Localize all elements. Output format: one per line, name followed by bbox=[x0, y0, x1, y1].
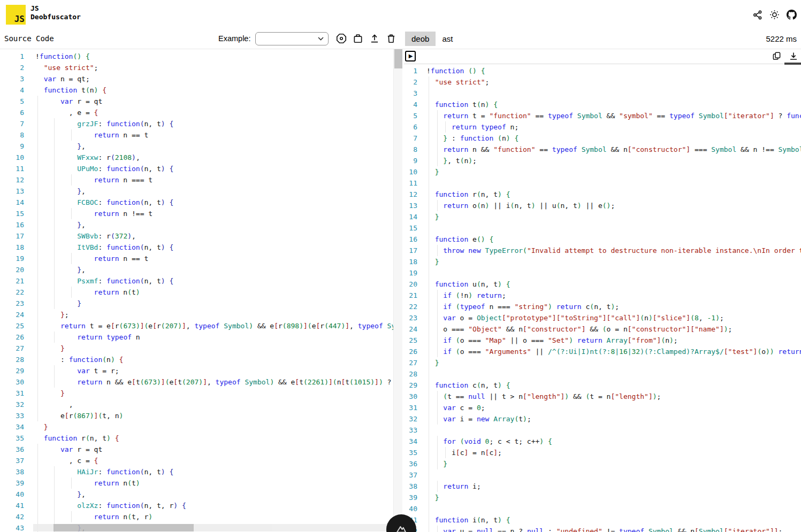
theme-toggle-icon[interactable] bbox=[769, 10, 780, 20]
code-line[interactable]: }, bbox=[35, 141, 393, 152]
code-line[interactable] bbox=[426, 503, 801, 514]
code-line[interactable]: return n && e[t(673)](e[t(207)], typeof … bbox=[35, 376, 393, 388]
code-line[interactable]: !function() { bbox=[35, 51, 393, 62]
code-line[interactable]: } bbox=[426, 211, 801, 222]
code-line[interactable] bbox=[426, 178, 801, 189]
code-line[interactable]: return n !== t bbox=[35, 208, 393, 219]
code-line[interactable]: } bbox=[426, 166, 801, 178]
code-line[interactable]: var i = new Array(t); bbox=[426, 413, 801, 425]
copy-icon[interactable] bbox=[772, 51, 782, 61]
code-line[interactable]: !function () { bbox=[426, 65, 801, 76]
code-line[interactable]: WFxxw: r(2108), bbox=[35, 152, 393, 163]
code-line[interactable]: return n === t bbox=[35, 174, 393, 186]
code-line[interactable]: "use strict"; bbox=[426, 76, 801, 88]
code-line[interactable]: , bbox=[35, 399, 393, 410]
settings-icon[interactable] bbox=[335, 33, 347, 44]
code-line[interactable] bbox=[426, 267, 801, 279]
code-line[interactable]: function r(n, t) { bbox=[426, 189, 801, 200]
upload-icon[interactable] bbox=[369, 33, 380, 44]
download-icon[interactable] bbox=[788, 51, 798, 61]
code-line[interactable]: return n == t bbox=[35, 253, 393, 264]
code-line[interactable]: }; bbox=[35, 309, 393, 320]
code-line[interactable]: }, bbox=[35, 489, 393, 500]
code-line[interactable]: } bbox=[35, 421, 393, 433]
output-hscroll-thumb[interactable] bbox=[784, 63, 801, 65]
code-line[interactable]: Psxmf: function(n, t) { bbox=[35, 275, 393, 287]
code-line[interactable]: if (o === "Arguments" || /^(?:Ui|I)nt(?:… bbox=[426, 346, 801, 357]
code-line[interactable]: }, bbox=[35, 219, 393, 230]
code-line[interactable]: if (typeof n === "string") return c(n, t… bbox=[426, 301, 801, 312]
code-line[interactable]: SWBvb: r(372), bbox=[35, 230, 393, 242]
code-line[interactable]: UPuMo: function(n, t) { bbox=[35, 163, 393, 174]
code-line[interactable]: function t(n) { bbox=[35, 84, 393, 96]
code-line[interactable]: if (!n) return; bbox=[426, 290, 801, 301]
source-vscroll-thumb[interactable] bbox=[394, 49, 402, 68]
code-line[interactable]: i[c] = n[c]; bbox=[426, 447, 801, 458]
output-editor[interactable]: 1234567891011121314151617181920212223242… bbox=[404, 65, 801, 532]
code-line[interactable]: o === "Object" && n["constructor"] && (o… bbox=[426, 323, 801, 335]
paste-icon[interactable] bbox=[352, 33, 364, 44]
code-line[interactable]: } bbox=[426, 492, 801, 503]
code-line[interactable]: return n == t bbox=[35, 129, 393, 141]
code-line[interactable]: } bbox=[426, 256, 801, 267]
github-icon[interactable] bbox=[787, 10, 797, 20]
code-line[interactable]: ItVBd: function(n, t) { bbox=[35, 242, 393, 253]
code-line[interactable]: return i; bbox=[426, 481, 801, 492]
code-line[interactable]: return typeof n bbox=[35, 331, 393, 343]
share-icon[interactable] bbox=[752, 10, 762, 20]
tab-ast[interactable]: ast bbox=[436, 32, 459, 46]
code-line[interactable]: function u(n, t) { bbox=[426, 279, 801, 290]
code-line[interactable]: function r(n, t) { bbox=[35, 433, 393, 444]
code-line[interactable]: HAiJr: function(n, t) { bbox=[35, 466, 393, 477]
code-line[interactable]: : function(n) { bbox=[35, 354, 393, 365]
code-line[interactable]: (t == null || t > n["length"]) && (t = n… bbox=[426, 391, 801, 402]
code-line[interactable]: return n(t) bbox=[35, 287, 393, 298]
code-line[interactable]: function t(n) { bbox=[426, 99, 801, 110]
code-line[interactable] bbox=[426, 222, 801, 234]
code-line[interactable]: var c = 0; bbox=[426, 402, 801, 413]
run-button[interactable]: ▶ bbox=[405, 51, 416, 61]
code-line[interactable] bbox=[426, 368, 801, 380]
code-line[interactable]: FCBOC: function(n, t) { bbox=[35, 197, 393, 208]
code-line[interactable]: } bbox=[35, 298, 393, 309]
code-line[interactable]: return n && "function" == typeof Symbol … bbox=[426, 144, 801, 155]
code-line[interactable] bbox=[426, 88, 801, 99]
code-line[interactable]: } bbox=[35, 343, 393, 354]
code-line[interactable]: function e() { bbox=[426, 234, 801, 245]
code-line[interactable]: } bbox=[426, 357, 801, 368]
code-line[interactable]: grzJF: function(n, t) { bbox=[35, 118, 393, 129]
code-line[interactable]: var r = qt bbox=[35, 444, 393, 455]
example-select[interactable] bbox=[255, 32, 329, 45]
source-code-area[interactable]: !function() { "use strict"; var n = qt; … bbox=[35, 49, 393, 532]
code-line[interactable]: var r = qt bbox=[35, 96, 393, 107]
code-line[interactable]: var o = Object["prototype"]["toString"][… bbox=[426, 312, 801, 323]
trash-icon[interactable] bbox=[385, 33, 397, 44]
code-line[interactable]: return n(t) bbox=[35, 477, 393, 489]
code-line[interactable] bbox=[426, 425, 801, 436]
code-line[interactable]: return typeof n; bbox=[426, 121, 801, 133]
code-line[interactable]: if (o === "Map" || o === "Set") return A… bbox=[426, 335, 801, 346]
code-line[interactable]: }, t(n); bbox=[426, 155, 801, 166]
code-line[interactable]: var n = qt; bbox=[35, 73, 393, 84]
code-line[interactable]: return n(t, r) bbox=[35, 511, 393, 522]
code-line[interactable]: var t = r; bbox=[35, 365, 393, 376]
code-line[interactable]: } : function (n) { bbox=[426, 133, 801, 144]
code-line[interactable]: "use strict"; bbox=[35, 62, 393, 73]
code-line[interactable]: return o(n) || i(n, t) || u(n, t) || e()… bbox=[426, 200, 801, 211]
code-line[interactable]: , c = { bbox=[35, 455, 393, 466]
source-editor[interactable]: 1234567891011121314151617181920212223242… bbox=[0, 49, 393, 532]
code-line[interactable]: , e = { bbox=[35, 107, 393, 118]
code-line[interactable]: return t = "function" == typeof Symbol &… bbox=[426, 110, 801, 121]
source-vscrollbar[interactable] bbox=[393, 49, 402, 532]
code-line[interactable]: function i(n, t) { bbox=[426, 514, 801, 526]
code-line[interactable]: function c(n, t) { bbox=[426, 380, 801, 391]
source-hscrollbar[interactable] bbox=[33, 524, 393, 531]
code-line[interactable]: throw new TypeError("Invalid attempt to … bbox=[426, 245, 801, 256]
code-line[interactable]: e[r(867)](t, n) bbox=[35, 410, 393, 421]
code-line[interactable]: }, bbox=[35, 264, 393, 275]
code-line[interactable]: } bbox=[426, 458, 801, 469]
code-line[interactable]: } bbox=[35, 388, 393, 399]
output-code-area[interactable]: !function () { "use strict"; function t(… bbox=[426, 65, 801, 532]
code-line[interactable]: return t = e[r(673)](e[r(207)], typeof S… bbox=[35, 320, 393, 331]
code-line[interactable]: for (void 0; c < t; c++) { bbox=[426, 436, 801, 447]
